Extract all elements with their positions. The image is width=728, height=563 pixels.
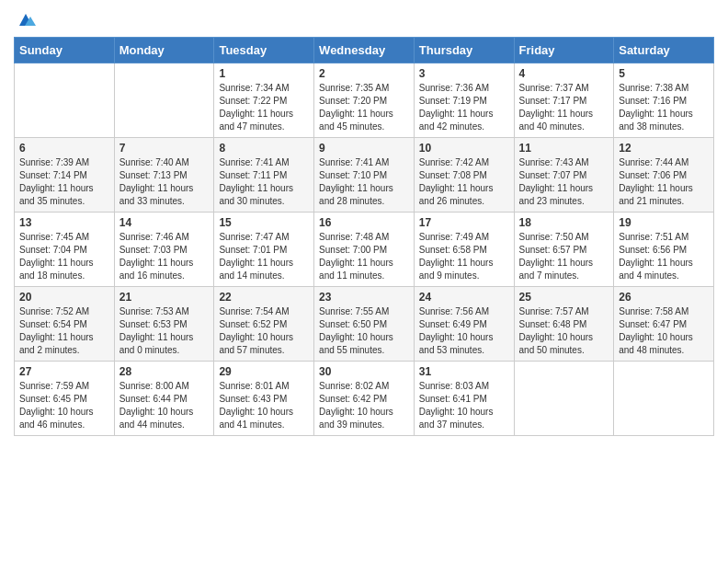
- calendar-week-row: 1Sunrise: 7:34 AM Sunset: 7:22 PM Daylig…: [15, 63, 714, 138]
- logo-icon: [16, 9, 36, 29]
- header: [14, 9, 714, 29]
- calendar-cell: 8Sunrise: 7:41 AM Sunset: 7:11 PM Daylig…: [214, 138, 314, 213]
- day-number: 8: [219, 142, 309, 155]
- day-info: Sunrise: 7:34 AM Sunset: 7:22 PM Dayligh…: [219, 82, 309, 133]
- calendar-cell: 3Sunrise: 7:36 AM Sunset: 7:19 PM Daylig…: [414, 63, 514, 138]
- day-info: Sunrise: 7:51 AM Sunset: 6:56 PM Dayligh…: [619, 231, 709, 282]
- calendar-cell: 28Sunrise: 8:00 AM Sunset: 6:44 PM Dayli…: [114, 362, 214, 436]
- day-number: 12: [619, 142, 709, 155]
- day-info: Sunrise: 8:00 AM Sunset: 6:44 PM Dayligh…: [119, 380, 210, 431]
- day-number: 9: [319, 142, 409, 155]
- calendar-cell: 21Sunrise: 7:53 AM Sunset: 6:53 PM Dayli…: [114, 287, 214, 362]
- day-number: 22: [219, 291, 309, 304]
- day-info: Sunrise: 7:36 AM Sunset: 7:19 PM Dayligh…: [419, 82, 509, 133]
- day-info: Sunrise: 7:57 AM Sunset: 6:48 PM Dayligh…: [519, 305, 609, 357]
- calendar-cell: 22Sunrise: 7:54 AM Sunset: 6:52 PM Dayli…: [214, 287, 314, 362]
- day-number: 24: [419, 291, 509, 304]
- day-number: 21: [119, 291, 210, 304]
- calendar-cell: 24Sunrise: 7:56 AM Sunset: 6:49 PM Dayli…: [414, 287, 514, 362]
- day-of-week-header: Saturday: [614, 38, 714, 63]
- day-number: 3: [419, 67, 509, 80]
- day-number: 16: [319, 216, 409, 229]
- day-number: 2: [319, 67, 409, 80]
- day-info: Sunrise: 7:35 AM Sunset: 7:20 PM Dayligh…: [319, 82, 409, 133]
- day-of-week-header: Wednesday: [314, 38, 415, 63]
- day-number: 1: [219, 67, 309, 80]
- day-of-week-header: Thursday: [414, 38, 514, 63]
- day-number: 17: [419, 216, 509, 229]
- day-number: 11: [519, 142, 609, 155]
- day-number: 30: [319, 365, 409, 378]
- calendar-week-row: 13Sunrise: 7:45 AM Sunset: 7:04 PM Dayli…: [15, 213, 714, 287]
- day-number: 31: [419, 365, 509, 378]
- calendar-cell: 15Sunrise: 7:47 AM Sunset: 7:01 PM Dayli…: [214, 213, 314, 287]
- day-info: Sunrise: 7:38 AM Sunset: 7:16 PM Dayligh…: [619, 82, 709, 133]
- day-info: Sunrise: 7:54 AM Sunset: 6:52 PM Dayligh…: [219, 305, 309, 357]
- day-number: 4: [519, 67, 609, 80]
- day-number: 29: [219, 365, 309, 378]
- calendar-cell: 2Sunrise: 7:35 AM Sunset: 7:20 PM Daylig…: [314, 63, 415, 138]
- calendar-cell: 4Sunrise: 7:37 AM Sunset: 7:17 PM Daylig…: [514, 63, 614, 138]
- calendar-cell: 26Sunrise: 7:58 AM Sunset: 6:47 PM Dayli…: [614, 287, 714, 362]
- day-info: Sunrise: 7:52 AM Sunset: 6:54 PM Dayligh…: [19, 305, 109, 357]
- day-number: 20: [19, 291, 109, 304]
- day-number: 7: [119, 142, 210, 155]
- day-info: Sunrise: 7:59 AM Sunset: 6:45 PM Dayligh…: [19, 380, 109, 431]
- day-of-week-header: Sunday: [15, 38, 115, 63]
- calendar-cell: [514, 362, 614, 436]
- day-info: Sunrise: 7:53 AM Sunset: 6:53 PM Dayligh…: [119, 305, 210, 357]
- calendar-cell: 6Sunrise: 7:39 AM Sunset: 7:14 PM Daylig…: [15, 138, 115, 213]
- day-info: Sunrise: 7:39 AM Sunset: 7:14 PM Dayligh…: [19, 156, 109, 208]
- calendar-cell: 25Sunrise: 7:57 AM Sunset: 6:48 PM Dayli…: [514, 287, 614, 362]
- calendar-cell: 18Sunrise: 7:50 AM Sunset: 6:57 PM Dayli…: [514, 213, 614, 287]
- day-of-week-header: Friday: [514, 38, 614, 63]
- calendar-cell: 12Sunrise: 7:44 AM Sunset: 7:06 PM Dayli…: [614, 138, 714, 213]
- day-info: Sunrise: 7:42 AM Sunset: 7:08 PM Dayligh…: [419, 156, 509, 208]
- day-info: Sunrise: 7:56 AM Sunset: 6:49 PM Dayligh…: [419, 305, 509, 357]
- day-number: 26: [619, 291, 709, 304]
- logo: [14, 9, 36, 29]
- day-number: 6: [19, 142, 109, 155]
- calendar-cell: 27Sunrise: 7:59 AM Sunset: 6:45 PM Dayli…: [15, 362, 115, 436]
- days-header-row: SundayMondayTuesdayWednesdayThursdayFrid…: [15, 38, 714, 63]
- day-info: Sunrise: 7:50 AM Sunset: 6:57 PM Dayligh…: [519, 231, 609, 282]
- calendar-cell: 7Sunrise: 7:40 AM Sunset: 7:13 PM Daylig…: [114, 138, 214, 213]
- day-number: 23: [319, 291, 409, 304]
- calendar-cell: 20Sunrise: 7:52 AM Sunset: 6:54 PM Dayli…: [15, 287, 115, 362]
- day-info: Sunrise: 7:47 AM Sunset: 7:01 PM Dayligh…: [219, 231, 309, 282]
- day-number: 18: [519, 216, 609, 229]
- day-number: 13: [19, 216, 109, 229]
- calendar-cell: 17Sunrise: 7:49 AM Sunset: 6:58 PM Dayli…: [414, 213, 514, 287]
- day-info: Sunrise: 7:45 AM Sunset: 7:04 PM Dayligh…: [19, 231, 109, 282]
- calendar-cell: 9Sunrise: 7:41 AM Sunset: 7:10 PM Daylig…: [314, 138, 415, 213]
- day-info: Sunrise: 7:58 AM Sunset: 6:47 PM Dayligh…: [619, 305, 709, 357]
- day-of-week-header: Tuesday: [214, 38, 314, 63]
- day-number: 27: [19, 365, 109, 378]
- calendar-cell: 14Sunrise: 7:46 AM Sunset: 7:03 PM Dayli…: [114, 213, 214, 287]
- day-number: 28: [119, 365, 210, 378]
- calendar-cell: 10Sunrise: 7:42 AM Sunset: 7:08 PM Dayli…: [414, 138, 514, 213]
- calendar-cell: 1Sunrise: 7:34 AM Sunset: 7:22 PM Daylig…: [214, 63, 314, 138]
- day-number: 25: [519, 291, 609, 304]
- calendar-cell: 11Sunrise: 7:43 AM Sunset: 7:07 PM Dayli…: [514, 138, 614, 213]
- calendar-cell: [15, 63, 115, 138]
- day-number: 5: [619, 67, 709, 80]
- calendar-cell: 23Sunrise: 7:55 AM Sunset: 6:50 PM Dayli…: [314, 287, 415, 362]
- calendar-cell: 16Sunrise: 7:48 AM Sunset: 7:00 PM Dayli…: [314, 213, 415, 287]
- day-info: Sunrise: 7:41 AM Sunset: 7:11 PM Dayligh…: [219, 156, 309, 208]
- calendar-table: SundayMondayTuesdayWednesdayThursdayFrid…: [14, 37, 714, 436]
- calendar-cell: 30Sunrise: 8:02 AM Sunset: 6:42 PM Dayli…: [314, 362, 415, 436]
- day-number: 19: [619, 216, 709, 229]
- day-of-week-header: Monday: [114, 38, 214, 63]
- day-number: 10: [419, 142, 509, 155]
- calendar-cell: [114, 63, 214, 138]
- calendar-cell: [614, 362, 714, 436]
- day-info: Sunrise: 7:41 AM Sunset: 7:10 PM Dayligh…: [319, 156, 409, 208]
- day-info: Sunrise: 7:48 AM Sunset: 7:00 PM Dayligh…: [319, 231, 409, 282]
- day-info: Sunrise: 8:02 AM Sunset: 6:42 PM Dayligh…: [319, 380, 409, 431]
- day-info: Sunrise: 7:43 AM Sunset: 7:07 PM Dayligh…: [519, 156, 609, 208]
- day-info: Sunrise: 7:46 AM Sunset: 7:03 PM Dayligh…: [119, 231, 210, 282]
- calendar-week-row: 6Sunrise: 7:39 AM Sunset: 7:14 PM Daylig…: [15, 138, 714, 213]
- calendar-cell: 19Sunrise: 7:51 AM Sunset: 6:56 PM Dayli…: [614, 213, 714, 287]
- day-info: Sunrise: 7:44 AM Sunset: 7:06 PM Dayligh…: [619, 156, 709, 208]
